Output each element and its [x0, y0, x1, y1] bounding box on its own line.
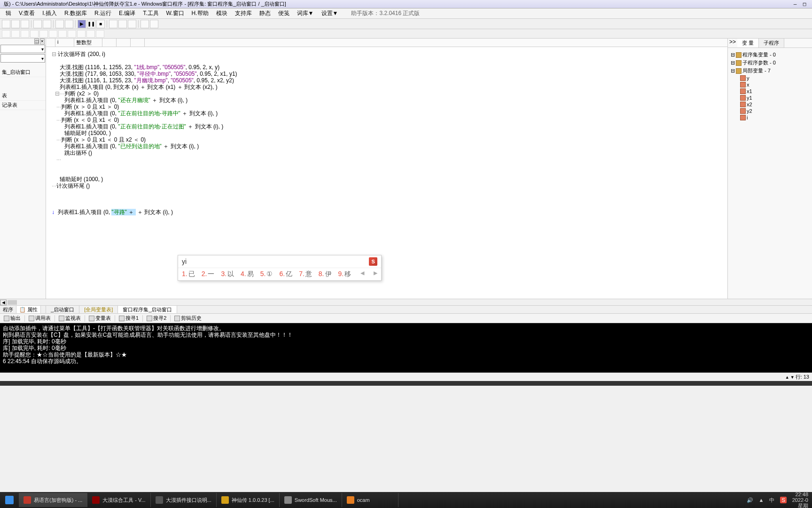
menu-window[interactable]: W.窗口: [163, 8, 188, 18]
clock[interactable]: 22:48 2022-0 星期: [792, 492, 808, 508]
ime-cand-5[interactable]: 5.①: [260, 270, 273, 278]
status-up-icon[interactable]: ▲: [785, 375, 789, 380]
code-content[interactable]: ⊟ 计次循环首 (200, i) 大漠.找图 (1116, 1, 1255, 2…: [46, 47, 727, 219]
task-game[interactable]: 神仙传 1.0.0.23 [...: [217, 493, 280, 507]
doc-tab-globals[interactable]: [全局变量表]: [79, 306, 118, 313]
toolbar-pause-icon[interactable]: ❚❚: [87, 20, 95, 28]
toolbar-step-into-icon[interactable]: [118, 20, 127, 28]
toolbar-btn-2[interactable]: [11, 20, 20, 28]
toolbar-btn-6[interactable]: [55, 20, 64, 28]
ime-cand-4[interactable]: 4.易: [241, 270, 254, 278]
vartable-c4[interactable]: [117, 39, 131, 47]
task-swordsoft[interactable]: SwordSoft Mous...: [280, 493, 342, 507]
doc-tab-window[interactable]: _启动窗口: [46, 306, 79, 313]
bt-vartable[interactable]: 变量表: [87, 314, 113, 322]
scroll-left-icon[interactable]: ◀: [0, 300, 7, 305]
menu-insert[interactable]: I.插入: [39, 8, 61, 18]
ime-cand-2[interactable]: 2.一: [202, 270, 215, 278]
tree-item-window[interactable]: 集_启动窗口: [0, 68, 46, 77]
ime-next-icon[interactable]: ▶: [374, 270, 377, 278]
close-icon[interactable]: ✕: [40, 39, 45, 44]
tree-node-sub-params[interactable]: ⊟子程序参数 - 0: [731, 59, 809, 67]
menu-support[interactable]: 支持库: [231, 8, 256, 18]
tray-up-icon[interactable]: ▲: [759, 497, 764, 503]
var-y[interactable]: y: [740, 75, 809, 81]
vartable-name[interactable]: i: [55, 39, 74, 47]
edit-btn-11[interactable]: [96, 30, 104, 38]
bt-output[interactable]: 输出: [2, 314, 23, 322]
edit-btn-6[interactable]: [49, 30, 57, 38]
menu-compile[interactable]: E.编译: [115, 8, 139, 18]
vartable-type[interactable]: 整数型: [74, 39, 102, 47]
vartable-c5[interactable]: [131, 39, 145, 47]
toolbar-btn-5[interactable]: [43, 20, 51, 28]
edit-btn-10[interactable]: [86, 30, 95, 38]
edit-btn-8[interactable]: [68, 30, 76, 38]
toolbar-breakpoint-icon[interactable]: [141, 20, 149, 28]
menu-notes[interactable]: 便笺: [274, 8, 293, 18]
task-eyuyan[interactable]: 易语言(加密狗版) - ...: [19, 493, 87, 507]
ime-cand-7[interactable]: 7.意: [299, 270, 312, 278]
var-x[interactable]: x: [740, 81, 809, 88]
doc-tab-program-set[interactable]: 窗口程序集_启动窗口: [118, 306, 177, 313]
menu-module[interactable]: 模块: [212, 8, 231, 18]
task-damo-doc[interactable]: 大漠插件接口说明...: [151, 493, 217, 507]
edit-btn-2[interactable]: [11, 30, 20, 38]
minimize-button[interactable]: —: [791, 1, 799, 7]
ime-cand-1[interactable]: 1.已: [182, 270, 195, 278]
toolbar-stop-icon[interactable]: ■: [96, 20, 105, 28]
edit-btn-3[interactable]: [21, 30, 29, 38]
tab-variables[interactable]: 变 量: [737, 39, 759, 48]
toolbar-step-out-icon[interactable]: [128, 20, 136, 28]
toolbar-btn-1[interactable]: [2, 20, 10, 28]
var-x1[interactable]: x1: [740, 88, 809, 95]
edit-btn-4[interactable]: [30, 30, 39, 38]
toolbar-btn-4[interactable]: [33, 20, 42, 28]
edit-btn-5[interactable]: [39, 30, 48, 38]
menu-help[interactable]: H.帮助: [188, 8, 212, 18]
output-console[interactable]: 自动添加插件，请通过菜单【工具】-【打开函数关联管理器】对关联函数进行增删修改。…: [0, 323, 812, 373]
var-x2[interactable]: x2: [740, 101, 809, 108]
bt-calltable[interactable]: 调用表: [27, 314, 53, 322]
toolbar-step-over-icon[interactable]: [109, 20, 117, 28]
var-y2[interactable]: y2: [740, 108, 809, 114]
bt-search1[interactable]: 搜寻1: [117, 314, 141, 322]
edit-btn-7[interactable]: [58, 30, 67, 38]
start-button[interactable]: [0, 492, 19, 508]
pin-icon[interactable]: ◫: [34, 39, 39, 44]
task-ocam[interactable]: ocam: [342, 493, 398, 507]
toolbar-btn-3[interactable]: [21, 20, 29, 28]
edit-btn-9[interactable]: [77, 30, 86, 38]
menu-database[interactable]: R.数据库: [61, 8, 91, 18]
var-i[interactable]: i: [740, 114, 809, 121]
ime-indicator[interactable]: 中: [769, 497, 774, 504]
menu-static[interactable]: 静态: [256, 8, 274, 18]
menu-dict[interactable]: 词库▼: [293, 8, 318, 18]
tree-node-program-vars[interactable]: ⊟程序集变量 - 0: [731, 51, 809, 59]
tab-program[interactable]: 程序: [0, 306, 16, 313]
horizontal-scrollbar[interactable]: ◀: [0, 299, 812, 305]
bt-search2[interactable]: 搜寻2: [145, 314, 168, 322]
menu-tools[interactable]: T.工具: [139, 8, 162, 18]
menu-edit[interactable]: 辑: [2, 8, 15, 18]
menu-view[interactable]: V.查看: [15, 8, 39, 18]
filter-combo[interactable]: ▾: [0, 54, 45, 63]
expand-button[interactable]: >>: [728, 39, 737, 48]
toolbar-watch-icon[interactable]: [150, 20, 158, 28]
tab-property[interactable]: 📋 属性: [16, 306, 41, 313]
toolbar-run-icon[interactable]: ▶: [78, 20, 86, 28]
edit-btn-1[interactable]: [2, 30, 10, 38]
project-combo[interactable]: ▾: [0, 45, 45, 53]
scroll-thumb[interactable]: [8, 300, 17, 305]
menu-run[interactable]: R.运行: [91, 8, 115, 18]
sogou-tray-icon[interactable]: S: [780, 497, 786, 503]
maximize-button[interactable]: □: [801, 1, 808, 7]
toolbar-btn-7[interactable]: [65, 20, 73, 28]
tree-item-record[interactable]: 记录表: [0, 101, 46, 110]
status-down-icon[interactable]: ▼: [790, 375, 795, 380]
ime-cand-3[interactable]: 3.以: [221, 270, 234, 278]
tree-item-table[interactable]: 表: [0, 91, 46, 101]
ime-cand-8[interactable]: 8.伊: [319, 270, 332, 278]
bt-watch[interactable]: 监视表: [57, 314, 83, 322]
bt-cliphistory[interactable]: 剪辑历史: [172, 314, 203, 322]
